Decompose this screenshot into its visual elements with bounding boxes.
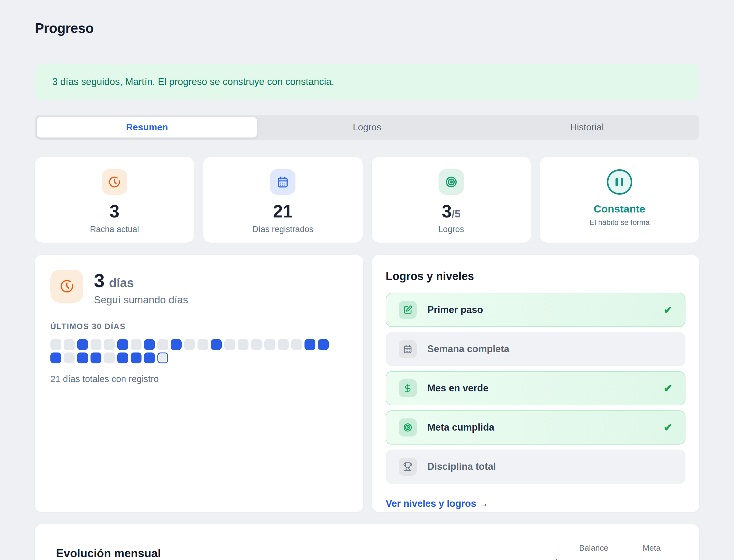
stat-label-logros: Logros xyxy=(438,225,464,234)
check-icon: ✔ xyxy=(664,382,673,394)
achievement-label: Primer paso xyxy=(427,304,483,315)
calendar-icon xyxy=(399,340,417,358)
day-cell xyxy=(198,339,208,350)
achievement-label: Meta cumplida xyxy=(427,422,494,433)
achievement-row: Disciplina total xyxy=(386,450,685,484)
streak-detail-card: 3 días Seguí sumando días ÚLTIMOS 30 DÍA… xyxy=(35,255,363,512)
day-cell xyxy=(50,339,61,350)
day-cell xyxy=(104,352,115,363)
day-cell xyxy=(238,339,249,350)
day-cell xyxy=(264,339,275,350)
day-cell xyxy=(91,352,101,363)
day-cell xyxy=(144,352,155,363)
achievement-label: Disciplina total xyxy=(427,461,496,472)
day-cell xyxy=(224,339,235,350)
meta-column: Meta 217% xyxy=(626,543,661,560)
achievement-row: Primer paso✔ xyxy=(386,293,685,327)
stat-value-logros: 3/5 xyxy=(442,203,460,220)
stat-title-constante: Constante xyxy=(594,203,645,215)
stat-card-logros: 3/5 Logros xyxy=(372,157,531,243)
achievement-label: Semana completa xyxy=(427,343,509,355)
stat-card-dias: 21 Días registrados xyxy=(203,157,362,243)
day-cell xyxy=(91,339,101,350)
dollar-icon xyxy=(399,379,417,397)
day-cell xyxy=(144,339,155,350)
trophy-icon xyxy=(399,458,417,476)
tab-logros[interactable]: Logros xyxy=(257,117,477,138)
progress-page: Progreso 3 días seguidos, Martín. El pro… xyxy=(0,0,734,560)
achievements-title: Logros y niveles xyxy=(386,270,685,283)
streak-banner: 3 días seguidos, Martín. El progreso se … xyxy=(35,64,699,100)
day-cell xyxy=(318,339,329,350)
streak-subtitle: Seguí sumando días xyxy=(94,294,188,306)
achievement-row: Meta cumplida✔ xyxy=(386,410,685,445)
tab-historial[interactable]: Historial xyxy=(477,117,697,138)
streak-banner-text: 3 días seguidos, Martín. El progreso se … xyxy=(52,76,334,87)
day-cell xyxy=(64,339,75,350)
day-cell xyxy=(131,352,142,363)
balance-label: Balance xyxy=(553,543,608,553)
pause-icon xyxy=(607,169,632,195)
achievements-list: Primer paso✔Semana completaMes en verde✔… xyxy=(386,293,685,484)
streak-clock-icon xyxy=(102,169,127,195)
achievements-card: Logros y niveles Primer paso✔Semana comp… xyxy=(372,255,699,512)
view-levels-link[interactable]: Ver niveles y logros → xyxy=(386,498,488,509)
stat-value-dias: 21 xyxy=(273,203,293,220)
target-icon xyxy=(399,418,417,436)
calendar-icon xyxy=(270,169,296,195)
day-grid xyxy=(50,339,332,363)
day-cell xyxy=(50,352,61,363)
day-cell xyxy=(157,339,168,350)
balance-value: $433.000 xyxy=(553,557,608,560)
page-title: Progreso xyxy=(35,21,699,36)
meta-label: Meta xyxy=(626,543,661,553)
day-cell-today xyxy=(157,352,168,363)
meta-value: 217% xyxy=(626,557,661,560)
target-icon xyxy=(438,169,464,195)
day-cell xyxy=(64,352,75,363)
stat-card-constante: Constante El hábito se forma xyxy=(540,157,699,243)
monthly-stats: Balance $433.000 Meta 217% xyxy=(553,543,661,560)
tab-resumen[interactable]: Resumen xyxy=(37,117,257,138)
stats-row: 3 Racha actual 21 Días registrados 3/5 L… xyxy=(35,157,699,243)
monthly-title: Evolución mensual xyxy=(56,547,161,560)
day-cell xyxy=(77,339,88,350)
day-cell xyxy=(131,339,142,350)
stat-label-dias: Días registrados xyxy=(252,225,314,234)
check-icon: ✔ xyxy=(664,421,673,434)
monthly-evolution-card: Evolución mensual Balance $433.000 Meta … xyxy=(35,524,699,560)
main-grid: 3 días Seguí sumando días ÚLTIMOS 30 DÍA… xyxy=(35,255,699,512)
day-cell xyxy=(117,339,128,350)
stat-card-racha: 3 Racha actual xyxy=(35,157,194,243)
day-cell xyxy=(104,339,115,350)
day-cell xyxy=(77,352,88,363)
streak-days-unit: días xyxy=(109,276,134,290)
last-30-days-title: ÚLTIMOS 30 DÍAS xyxy=(50,322,348,331)
streak-clock-icon xyxy=(50,270,83,303)
day-cell xyxy=(278,339,289,350)
balance-column: Balance $433.000 xyxy=(553,543,608,560)
achievement-row: Mes en verde✔ xyxy=(386,371,685,405)
day-cell xyxy=(211,339,222,350)
stat-subtitle-constante: El hábito se forma xyxy=(589,218,649,227)
day-cell xyxy=(184,339,195,350)
edit-icon xyxy=(399,301,417,319)
streak-header: 3 días Seguí sumando días xyxy=(50,270,348,306)
day-cell xyxy=(305,339,316,350)
day-cell xyxy=(251,339,262,350)
day-cell xyxy=(117,352,128,363)
stat-label-racha: Racha actual xyxy=(90,225,139,234)
achievement-row: Semana completa xyxy=(386,332,685,366)
achievement-label: Mes en verde xyxy=(427,383,488,394)
streak-days-value: 3 xyxy=(94,271,105,290)
day-cell xyxy=(291,339,302,350)
check-icon: ✔ xyxy=(664,304,673,316)
day-cell xyxy=(171,339,182,350)
streak-footer: 21 días totales con registro xyxy=(50,374,348,384)
tab-bar: Resumen Logros Historial xyxy=(35,115,699,140)
stat-value-racha: 3 xyxy=(110,203,119,220)
